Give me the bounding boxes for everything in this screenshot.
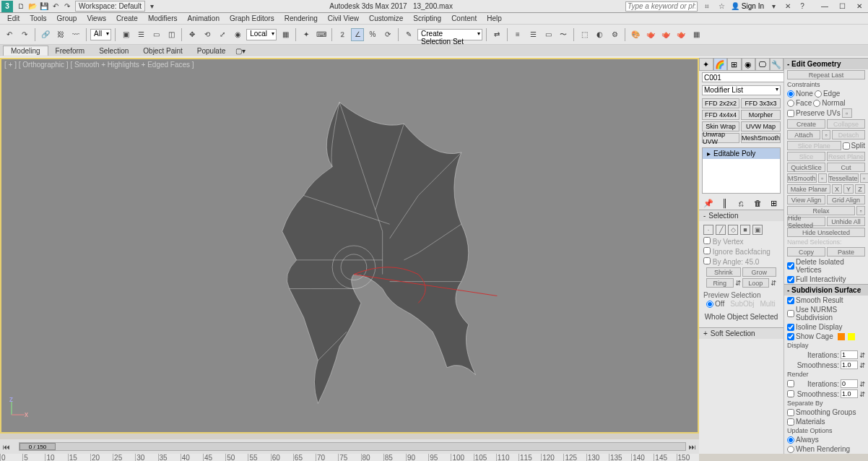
snap-2d-button[interactable]: 2️: [336, 28, 349, 41]
attach-button[interactable]: Attach: [787, 130, 820, 139]
sep-sg-check[interactable]: [787, 409, 794, 416]
mod-morpher[interactable]: Morpher: [741, 110, 781, 120]
menu-grapheditors[interactable]: Graph Editors: [225, 14, 279, 23]
tessellate-button[interactable]: Tessellate: [828, 173, 859, 183]
menu-modifiers[interactable]: Modifiers: [144, 14, 182, 23]
pivot-center-button[interactable]: ▦: [279, 28, 292, 41]
menu-civilview[interactable]: Civil View: [324, 14, 363, 23]
undo-button[interactable]: ↶: [3, 28, 16, 41]
timeline-left-icon[interactable]: ⏮: [0, 440, 13, 453]
unhide-button[interactable]: Unhide All: [827, 217, 865, 226]
material-editor-button[interactable]: ◐: [593, 28, 606, 41]
menu-views[interactable]: Views: [82, 14, 110, 23]
menu-scripting[interactable]: Scripting: [409, 14, 446, 23]
timeline[interactable]: ⏮ 0 / 150 ⏭: [0, 439, 699, 454]
ribbon-tab-objectpaint[interactable]: Object Paint: [136, 46, 189, 56]
full-interact-check[interactable]: [787, 276, 794, 283]
placement-button[interactable]: ◉: [231, 28, 244, 41]
cmd-tab-hierarchy[interactable]: ⊞: [727, 58, 742, 71]
constraint-none-radio[interactable]: [787, 90, 794, 98]
apps-icon[interactable]: ⌗: [702, 1, 712, 12]
viewalign-button[interactable]: View Align: [787, 195, 825, 204]
update-render-radio[interactable]: [787, 446, 794, 453]
maximize-button[interactable]: ☐: [835, 1, 849, 12]
sel-vertex-icon[interactable]: ·: [703, 225, 713, 235]
search-input[interactable]: [625, 1, 698, 12]
attach-list-button[interactable]: ▫: [822, 130, 830, 139]
named-selset-dropdown[interactable]: Create Selection Set: [417, 29, 482, 40]
toggle-ribbon-button[interactable]: ▭: [542, 28, 555, 41]
menu-rendering[interactable]: Rendering: [280, 14, 322, 23]
cmd-tab-create[interactable]: ✦: [699, 58, 713, 71]
render-iter-input[interactable]: [841, 379, 858, 388]
help-icon[interactable]: ?: [797, 1, 807, 12]
showcage-check[interactable]: [787, 333, 794, 340]
time-slider[interactable]: 0 / 150: [19, 442, 686, 451]
menu-customize[interactable]: Customize: [365, 14, 407, 23]
mod-meshsmooth[interactable]: MeshSmooth: [741, 133, 781, 143]
copy-sel-button[interactable]: Copy: [787, 247, 825, 257]
cmd-tab-motion[interactable]: ◉: [742, 58, 756, 71]
menu-content[interactable]: Content: [447, 14, 481, 23]
cage-color-1[interactable]: [838, 333, 845, 340]
minimize-button[interactable]: —: [817, 1, 832, 12]
keyboard-shortcut-button[interactable]: ⌨: [315, 28, 328, 41]
hideunsel-button[interactable]: Hide Unselected: [787, 228, 865, 237]
window-crossing-button[interactable]: ◫: [165, 28, 178, 41]
resetplane-button[interactable]: Reset Plane: [827, 152, 865, 161]
del-iso-check[interactable]: [787, 262, 794, 270]
ribbon-tab-freeform[interactable]: Freeform: [48, 46, 92, 56]
signin-link[interactable]: 👤 Sign In: [731, 2, 764, 10]
mod-uvwmap[interactable]: UVW Map: [741, 121, 781, 132]
menu-group[interactable]: Group: [53, 14, 82, 23]
ribbon-tab-modeling[interactable]: Modeling: [3, 46, 48, 56]
snap-angle-button[interactable]: ∠: [351, 28, 364, 41]
edit-named-sel-button[interactable]: ✎: [402, 28, 415, 41]
display-smooth-input[interactable]: [841, 361, 858, 369]
viewport[interactable]: [ + ] [ Orthographic ] [ Smooth + Highli…: [0, 58, 699, 434]
render-iter-check[interactable]: [787, 380, 794, 387]
ref-coord-dropdown[interactable]: Local: [246, 29, 277, 40]
time-thumb[interactable]: 0 / 150: [19, 443, 56, 450]
planar-x-button[interactable]: X: [832, 184, 842, 194]
render-smooth-check[interactable]: [787, 390, 794, 397]
select-object-button[interactable]: ▣: [119, 28, 132, 41]
constraint-edge-radio[interactable]: [815, 90, 822, 98]
stack-editable-poly[interactable]: ▸Editable Poly: [703, 148, 780, 159]
snap-percent-button[interactable]: %: [366, 28, 379, 41]
edit-geometry-header[interactable]: - Edit Geometry: [784, 58, 868, 69]
menu-edit[interactable]: Edit: [3, 14, 24, 23]
tessellate-settings[interactable]: ▫: [860, 173, 868, 183]
menu-help[interactable]: Help: [482, 14, 506, 23]
by-vertex-check[interactable]: [703, 237, 711, 244]
render-smooth-input[interactable]: [841, 389, 858, 398]
unique-icon[interactable]: ⎌: [736, 198, 746, 208]
sep-mat-check[interactable]: [787, 418, 794, 426]
create-button[interactable]: Create: [787, 119, 825, 129]
redo-button[interactable]: ↷: [18, 28, 31, 41]
rollout-selection-header[interactable]: -Selection: [699, 210, 784, 221]
paste-sel-button[interactable]: Paste: [827, 247, 865, 257]
makeplanar-button[interactable]: Make Planar: [787, 184, 830, 194]
preview-off-radio[interactable]: [706, 301, 713, 308]
grow-button[interactable]: Grow: [742, 267, 777, 277]
render-iterative-button[interactable]: 🫖: [659, 28, 672, 41]
split-check[interactable]: [843, 142, 850, 150]
bind-spacewarp-button[interactable]: 〰: [69, 28, 82, 41]
relax-settings[interactable]: ▫: [856, 206, 865, 215]
render-last-button[interactable]: ▦: [690, 28, 703, 41]
gridalign-button[interactable]: Grid Align: [827, 195, 865, 204]
select-rect-button[interactable]: ▭: [149, 28, 162, 41]
menu-animation[interactable]: Animation: [183, 14, 223, 23]
render-setup-button[interactable]: ⚙: [608, 28, 621, 41]
isoline-check[interactable]: [787, 324, 794, 331]
cut-button[interactable]: Cut: [827, 163, 865, 172]
favorite-icon[interactable]: ☆: [716, 1, 726, 12]
workspace-chevron-icon[interactable]: ▾: [147, 1, 157, 12]
by-angle-check[interactable]: [703, 257, 711, 264]
object-name-input[interactable]: [702, 72, 784, 82]
constraint-normal-radio[interactable]: [813, 100, 820, 107]
modifier-stack[interactable]: ▸Editable Poly: [702, 147, 781, 194]
exchange-icon[interactable]: ✕: [783, 1, 793, 12]
cage-color-2[interactable]: [848, 333, 855, 340]
